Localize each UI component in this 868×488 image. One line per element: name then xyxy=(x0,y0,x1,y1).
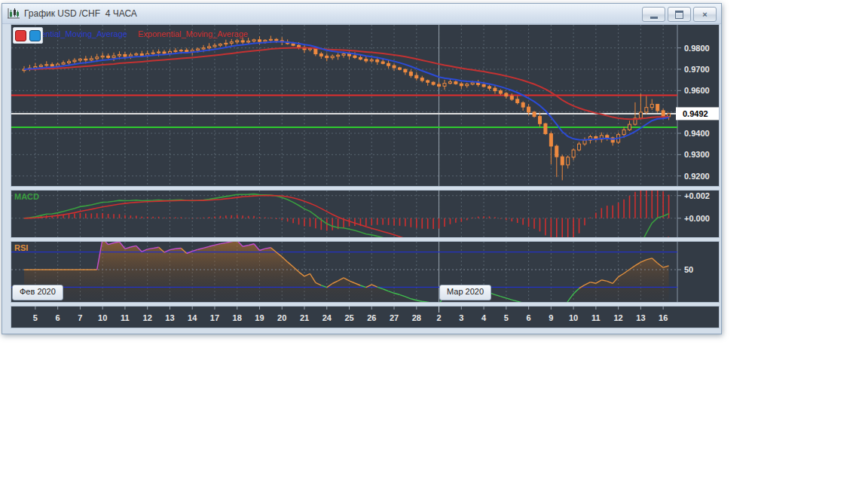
svg-text:20: 20 xyxy=(277,313,286,322)
svg-text:13: 13 xyxy=(165,313,174,322)
rsi-label: RSI xyxy=(14,243,28,252)
svg-text:7: 7 xyxy=(78,313,82,322)
svg-text:26: 26 xyxy=(367,313,376,322)
macd-histogram xyxy=(24,191,669,237)
macd-panel[interactable]: MACD +0.002+0.000 xyxy=(11,190,720,238)
minimize-button[interactable] xyxy=(642,7,665,22)
svg-text:0.9400: 0.9400 xyxy=(684,129,710,138)
window-title: График USD /CHF 4 ЧАСА xyxy=(24,8,137,19)
svg-text:21: 21 xyxy=(300,313,309,322)
maximize-button[interactable] xyxy=(668,7,691,22)
svg-text:2: 2 xyxy=(436,313,441,322)
close-button[interactable]: × xyxy=(693,7,717,22)
svg-text:13: 13 xyxy=(636,313,645,322)
svg-text:17: 17 xyxy=(210,313,219,322)
close-icon: × xyxy=(702,10,707,19)
svg-text:+0.002: +0.002 xyxy=(684,191,710,200)
svg-text:0.9200: 0.9200 xyxy=(684,172,710,181)
svg-text:6: 6 xyxy=(56,313,60,322)
svg-text:16: 16 xyxy=(659,313,668,322)
macd-chart: +0.002+0.000 xyxy=(11,191,719,237)
svg-text:19: 19 xyxy=(255,313,264,322)
svg-text:5: 5 xyxy=(33,313,38,322)
month-label-feb[interactable]: Фев 2020 xyxy=(12,285,63,300)
rsi-area xyxy=(24,242,669,302)
svg-text:6: 6 xyxy=(527,313,531,322)
current-price-label: 0.9492 xyxy=(683,109,708,118)
svg-text:11: 11 xyxy=(121,313,130,322)
titlebar[interactable]: График USD /CHF 4 ЧАСА × xyxy=(2,4,721,24)
ema-slow-legend: Exponential_Moving_Average xyxy=(138,29,248,38)
svg-text:11: 11 xyxy=(591,313,601,322)
svg-text:28: 28 xyxy=(412,313,421,322)
month-label-mar[interactable]: Мар 2020 xyxy=(439,285,491,300)
date-axis-svg: 5671011121314171819202124252627282345691… xyxy=(11,307,719,328)
svg-text:0.9700: 0.9700 xyxy=(684,65,710,74)
svg-text:24: 24 xyxy=(322,313,332,322)
macd-signal-line xyxy=(24,196,669,238)
price-panel[interactable]: Exponential_Moving_Average Exponential_M… xyxy=(11,24,720,187)
svg-text:10: 10 xyxy=(98,313,107,322)
svg-text:5: 5 xyxy=(504,313,509,322)
svg-text:12: 12 xyxy=(614,313,623,322)
rsi-panel[interactable]: RSI 50 Фев 2020 Мар 2020 xyxy=(11,241,720,303)
svg-text:25: 25 xyxy=(344,313,353,322)
chart-window: График USD /CHF 4 ЧАСА × Exponential_Mov… xyxy=(2,3,722,334)
candlestick-chart: 0.98000.97000.96000.94000.93000.92000.94… xyxy=(11,25,719,186)
svg-text:+0.000: +0.000 xyxy=(684,214,710,223)
svg-text:9: 9 xyxy=(549,313,553,322)
svg-text:27: 27 xyxy=(390,313,399,322)
svg-text:4: 4 xyxy=(481,313,487,322)
chart-icon xyxy=(7,8,20,20)
maximize-icon xyxy=(675,11,683,19)
svg-text:10: 10 xyxy=(569,313,578,322)
svg-text:3: 3 xyxy=(459,313,463,322)
date-axis[interactable]: 5671011121314171819202124252627282345691… xyxy=(11,306,720,328)
red-indicator-button[interactable] xyxy=(15,30,26,41)
svg-text:50: 50 xyxy=(684,265,693,274)
minimize-icon xyxy=(650,17,658,19)
svg-text:12: 12 xyxy=(143,313,152,322)
blue-indicator-button[interactable] xyxy=(29,30,41,41)
svg-text:14: 14 xyxy=(188,313,197,322)
svg-text:18: 18 xyxy=(233,313,242,322)
svg-text:0.9300: 0.9300 xyxy=(684,150,710,159)
macd-line xyxy=(24,194,669,237)
macd-label: MACD xyxy=(14,192,39,201)
rsi-chart: 50 xyxy=(11,242,719,302)
indicator-buttons xyxy=(13,27,43,44)
svg-text:0.9800: 0.9800 xyxy=(684,44,710,53)
svg-text:0.9600: 0.9600 xyxy=(684,86,710,95)
